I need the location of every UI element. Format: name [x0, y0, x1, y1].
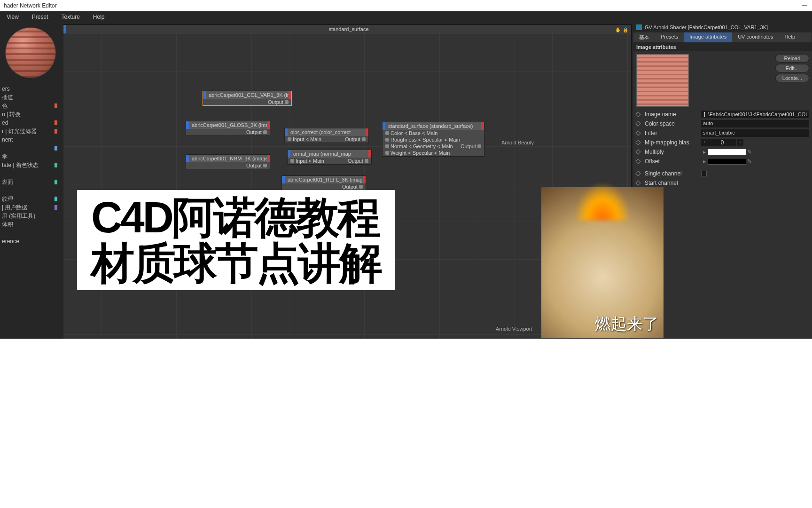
tab-basic[interactable]: 基本 — [633, 32, 655, 42]
material-preview-ball[interactable] — [5, 27, 56, 78]
color-swatch-icon — [55, 103, 57, 108]
node-image-nrm[interactable]: abricCarpet001_NRM_3K (image Output — [186, 154, 270, 169]
attr-filter: Filter smart_bicubic — [633, 128, 812, 138]
lock-icon[interactable]: 🔒 — [623, 26, 628, 32]
attr-start-channel: Start channel — [633, 178, 812, 188]
keyframe-icon[interactable] — [635, 180, 640, 185]
keyframe-icon[interactable] — [635, 159, 640, 164]
output-arnold-viewport[interactable]: Arnold Viewport — [496, 326, 532, 332]
locate-button[interactable]: Locate... — [775, 74, 809, 82]
sidebar-item[interactable]: tate | 着色状态 — [0, 161, 61, 169]
color-picker-icon[interactable]: ✎ — [746, 158, 753, 165]
keyframe-icon[interactable] — [635, 111, 640, 117]
sidebar-item[interactable]: ers — [0, 85, 61, 93]
sidebar-item[interactable]: n | 转换 — [0, 110, 61, 119]
keyframe-icon[interactable] — [635, 171, 640, 176]
sidebar-item[interactable] — [0, 144, 61, 152]
attr-offset: Offset ▸ ✎ — [633, 157, 812, 166]
sidebar-item[interactable]: | 用户数据 — [0, 203, 61, 212]
sidebar-item[interactable]: 体积 — [0, 220, 61, 229]
attr-image-name: Image name 】\FabricCarpet001\3k\FabricCa… — [633, 110, 812, 119]
menu-preset[interactable]: Preset — [25, 14, 55, 20]
color-swatch-icon — [55, 120, 57, 125]
sidebar-item[interactable] — [0, 169, 61, 178]
panel-title: GV Arnold Shader [FabricCarpet001_COL_VA… — [633, 23, 812, 32]
node-image-refl[interactable]: abricCarpet001_REFL_3K (image Output — [281, 175, 366, 190]
sidebar-item[interactable]: 插道 — [0, 93, 61, 102]
tab-presets[interactable]: Presets — [655, 32, 684, 42]
keyframe-icon[interactable] — [635, 121, 640, 126]
hand-icon[interactable]: ✋ — [615, 26, 621, 32]
attr-multiply: Multiply ▸ ✎ — [633, 147, 812, 157]
sidebar-item[interactable]: 用 (实用工具) — [0, 212, 61, 220]
sidebar-item[interactable]: r | 灯光过滤器 — [0, 127, 61, 135]
expand-arrow-icon[interactable]: ▸ — [701, 149, 708, 155]
sidebar-item[interactable]: 学 — [0, 152, 61, 161]
section-header: Image attributes — [633, 43, 812, 51]
menu-view[interactable]: View — [0, 14, 25, 20]
menu-texture[interactable]: Texture — [55, 14, 86, 20]
attr-mip-bias: Mip-mapping bias ‹ 0 › — [633, 138, 812, 147]
sidebar-item[interactable]: ed — [0, 119, 61, 127]
graph-title-text: standard_surface — [329, 26, 369, 32]
color-swatch-icon — [55, 163, 57, 167]
node-image-gloss[interactable]: abricCarpet001_GLOSS_3K (image Output — [186, 121, 270, 136]
chevron-left-icon[interactable]: ‹ — [701, 139, 708, 146]
window-title: hader Network Editor — [4, 2, 57, 9]
tab-image-attributes[interactable]: Image attributes — [684, 32, 732, 42]
node-color-correct[interactable]: olor_correct (color_correct Input < Main… — [284, 128, 369, 143]
image-name-field[interactable]: 】\FabricCarpet001\3k\FabricCarpet001_COL — [701, 111, 809, 118]
graph-title-bar: standard_surface ✋ 🔒 — [63, 25, 631, 33]
color-swatch-icon — [55, 146, 57, 151]
colorspace-field[interactable]: auto — [701, 120, 809, 127]
edit-button[interactable]: Edit... — [775, 64, 809, 72]
color-swatch-icon — [55, 129, 57, 134]
color-swatch-icon — [55, 197, 57, 201]
category-list: ers插道色n | 转换edr | 灯光过滤器nent学tate | 着色状态表… — [0, 83, 61, 247]
node-image-col[interactable]: abricCarpet001_COL_VAR1_3K (image Output — [203, 91, 292, 106]
sidebar-item[interactable]: 色 — [0, 102, 61, 110]
texture-preview[interactable] — [636, 54, 689, 107]
color-swatch-icon — [55, 205, 57, 210]
node-title: abricCarpet001_COL_VAR1_3K (image — [203, 91, 291, 99]
arnold-logo-icon — [636, 24, 642, 30]
dog-meme-image: 燃起来了 — [541, 187, 664, 338]
keyframe-icon[interactable] — [635, 130, 640, 135]
single-channel-checkbox[interactable] — [701, 171, 707, 176]
filter-field[interactable]: smart_bicubic — [701, 129, 809, 137]
tab-help[interactable]: Help — [779, 32, 812, 42]
sidebar-item[interactable]: nent — [0, 135, 61, 144]
multiply-color[interactable] — [708, 149, 746, 155]
sidebar-item[interactable]: 表面 — [0, 178, 61, 186]
mip-bias-spinner[interactable]: ‹ 0 › — [701, 139, 743, 146]
attr-colorspace: Color space auto — [633, 119, 812, 128]
sidebar-item[interactable] — [0, 229, 61, 237]
overlay-title: C4D阿诺德教程 材质球节点讲解 — [77, 190, 395, 290]
bottom-white-area — [0, 339, 812, 508]
sidebar-item[interactable]: 纹理 — [0, 195, 61, 203]
node-normal-map[interactable]: ormal_map (normal_map Input < Main Outpu… — [287, 150, 372, 165]
color-picker-icon[interactable]: ✎ — [746, 149, 753, 155]
reload-button[interactable]: Reload — [775, 54, 809, 63]
output-arnold-beauty[interactable]: Arnold Beauty — [501, 140, 534, 145]
window-controls: — — [802, 2, 807, 8]
tab-uv-coordinates[interactable]: UV coordinates — [732, 32, 779, 42]
chevron-right-icon[interactable]: › — [737, 139, 743, 146]
node-standard-surface[interactable]: standard_surface (standard_surface) Colo… — [382, 122, 484, 157]
property-tabs: 基本 Presets Image attributes UV coordinat… — [633, 32, 812, 43]
keyframe-icon[interactable] — [635, 140, 640, 145]
menu-help[interactable]: Help — [86, 14, 111, 20]
flame-icon — [574, 183, 631, 220]
minimize-icon[interactable]: — — [802, 2, 807, 8]
attr-single-channel: Single channel — [633, 169, 812, 178]
window-titlebar: hader Network Editor — — [0, 0, 812, 11]
sidebar-item[interactable] — [0, 186, 61, 195]
expand-arrow-icon[interactable]: ▸ — [701, 158, 708, 165]
sidebar-item[interactable]: erence — [0, 237, 61, 246]
color-swatch-icon — [55, 180, 57, 184]
menubar: View Preset Texture Help — [0, 11, 812, 23]
keyframe-icon[interactable] — [635, 149, 640, 154]
offset-color[interactable] — [708, 158, 746, 165]
